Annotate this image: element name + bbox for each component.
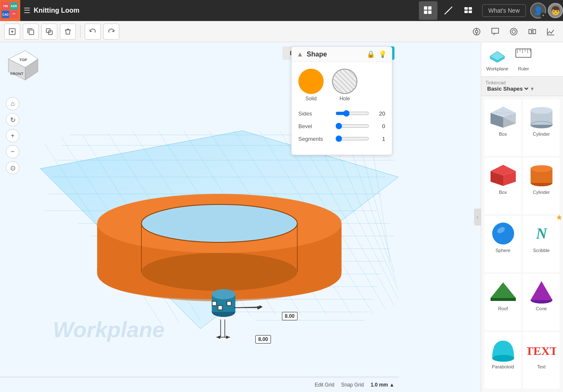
viewport[interactable]: Import Export Send To TOP FRONT ⌂ ↻ [0, 42, 481, 392]
shape-panel-lock-icon[interactable]: 🔒 [367, 50, 375, 58]
svg-point-123 [531, 165, 552, 172]
redo-button[interactable] [103, 24, 119, 40]
segments-value: 1 [373, 136, 385, 142]
svg-text:CAD: CAD [2, 13, 8, 16]
sides-slider[interactable] [335, 110, 369, 117]
document-icon: ☰ [24, 6, 30, 15]
shape-panel-light-icon[interactable]: 💡 [378, 50, 387, 58]
svg-rect-18 [464, 11, 468, 13]
copy-button[interactable] [23, 24, 39, 40]
hole-circle [332, 69, 357, 94]
main-area: Import Export Send To TOP FRONT ⌂ ↻ [0, 42, 563, 392]
pickaxe-button[interactable] [439, 1, 458, 20]
zoom-out-button[interactable]: − [6, 145, 19, 158]
home-camera-button[interactable]: ⌂ [6, 97, 19, 110]
shape-item-text[interactable]: TEXT Text [523, 332, 560, 389]
fit-button[interactable]: ⊙ [6, 161, 19, 175]
width-measurement: 8.00 [282, 312, 298, 320]
view-angle-button[interactable] [543, 24, 559, 40]
mirror-button[interactable] [524, 24, 540, 40]
svg-point-27 [475, 30, 478, 33]
svg-rect-11 [428, 11, 432, 14]
zoom-in-button[interactable]: + [6, 129, 19, 142]
svg-rect-17 [469, 7, 472, 10]
svg-text:N: N [536, 225, 548, 242]
edit-grid-button[interactable]: Edit Grid [315, 382, 335, 388]
perspective-button[interactable] [469, 24, 485, 40]
chevron-down-icon: ▼ [530, 86, 535, 92]
shape-item-box-gray[interactable]: Box [485, 99, 521, 156]
solid-circle [298, 69, 324, 94]
shape-item-paraboloid[interactable]: Paraboloid [485, 332, 521, 389]
svg-rect-32 [529, 30, 531, 34]
sides-label: Sides [298, 110, 332, 117]
shapes-grid: Box Cylinder [481, 96, 563, 392]
snap-grid-value[interactable]: 1.0 mm ▲ [370, 382, 394, 388]
shape-panel: ▲ Shape 🔒 💡 Solid Hole Sides [291, 46, 392, 155]
shape-item-roof[interactable]: Roof [485, 274, 521, 330]
segments-label: Segments [298, 136, 332, 142]
roof-preview [488, 278, 518, 305]
segments-slider[interactable] [335, 135, 369, 142]
panel-collapse-handle[interactable]: › [474, 209, 481, 226]
workplane-label: Workplane [486, 66, 508, 71]
sides-value: 20 [373, 110, 385, 117]
project-title[interactable]: Knitting Loom [34, 7, 419, 14]
shapes-dropdown[interactable]: Basic Shapes [485, 85, 530, 92]
svg-marker-93 [226, 336, 230, 339]
bevel-label: Bevel [298, 123, 332, 129]
toolbar [0, 21, 563, 42]
hole-label: Hole [340, 96, 350, 102]
top-bar: TIN KER CAD ™ ☰ Knitting Loom What's [0, 0, 563, 21]
shape-item-cylinder-orange[interactable]: Cylinder [523, 158, 560, 214]
sphere-blue-preview [488, 220, 518, 247]
gallery-button[interactable] [459, 1, 478, 20]
undo-button[interactable] [85, 24, 101, 40]
featured-star-icon: ★ [556, 213, 563, 222]
topbar-right: What's New 👤 + 👦 [419, 1, 563, 20]
new-button[interactable] [4, 24, 20, 40]
ruler-tool[interactable]: Ruler [513, 46, 534, 73]
tinkercad-logo[interactable]: TIN KER CAD ™ [0, 0, 20, 21]
svg-point-31 [510, 28, 517, 35]
bevel-slider[interactable] [335, 123, 369, 129]
view-controls [469, 24, 559, 40]
scribble-preview: N [527, 220, 556, 247]
box-gray-preview [488, 103, 518, 131]
cone-preview [527, 278, 556, 305]
toolbar-separator [80, 25, 80, 38]
svg-marker-88 [260, 305, 263, 309]
workplane-tool[interactable]: Workplane [485, 46, 510, 73]
shapes-library-header: Tinkercad Basic Shapes ▼ [481, 77, 563, 96]
shape-item-cylinder-gray[interactable]: Cylinder [523, 99, 560, 156]
orbit-button[interactable]: ↻ [6, 113, 19, 126]
align-button[interactable] [506, 24, 522, 40]
avatar-icon: 👦 [550, 5, 561, 16]
duplicate-button[interactable] [41, 24, 57, 40]
bevel-param: Bevel 0 [298, 123, 385, 129]
cylinder-gray-label: Cylinder [533, 132, 550, 137]
bevel-value: 0 [373, 123, 385, 129]
delete-button[interactable] [60, 24, 76, 40]
svg-point-132 [492, 355, 514, 362]
solid-option[interactable]: Solid [298, 69, 324, 102]
user-avatar[interactable]: 👦 [548, 3, 563, 18]
ruler-icon [515, 47, 532, 65]
scene-viewport[interactable]: Workplane [0, 42, 481, 392]
snap-grid-label: Snap Grid [341, 382, 364, 388]
svg-line-13 [450, 8, 451, 9]
shape-item-sphere-blue[interactable]: Sphere [485, 216, 521, 272]
avatar-button[interactable]: 👤 + [530, 3, 546, 19]
shape-item-box-red[interactable]: Box [485, 158, 521, 214]
svg-text:Workplane: Workplane [53, 317, 165, 342]
svg-point-114 [531, 107, 552, 114]
box-red-preview [488, 161, 518, 189]
grid-view-button[interactable] [419, 1, 437, 20]
svg-marker-129 [491, 298, 516, 301]
shape-item-cone[interactable]: Cone [523, 274, 560, 330]
whats-new-button[interactable]: What's New [482, 4, 526, 17]
hole-option[interactable]: Hole [332, 69, 357, 102]
shape-panel-collapse-button[interactable]: ▲ [297, 51, 303, 58]
comment-button[interactable] [487, 24, 503, 40]
shape-item-scribble[interactable]: ★ N Scribble [523, 216, 560, 272]
